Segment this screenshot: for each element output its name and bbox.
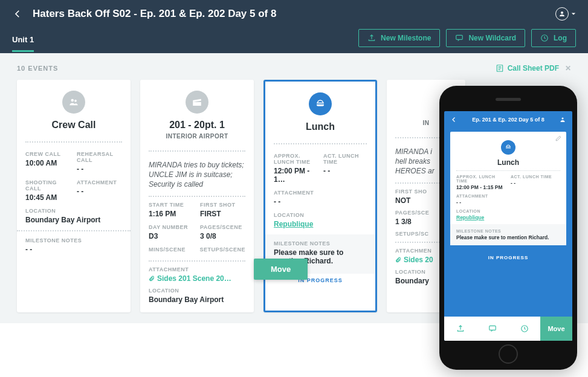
label: ATTACHMENT: [77, 179, 122, 185]
svg-rect-1: [456, 35, 463, 39]
location-link[interactable]: Republique: [274, 220, 367, 228]
avatar-icon: [555, 7, 569, 21]
label: FIRST SHOT: [200, 202, 245, 208]
chat-icon: [455, 34, 464, 42]
card-title: Lunch: [273, 121, 368, 132]
new-wildcard-label: New Wildcard: [468, 34, 516, 42]
label: SETUPS/SCENE: [199, 246, 245, 253]
card-subtitle: INTERIOR AIRPORT: [147, 133, 247, 140]
card-scene-201[interactable]: 201 - 20pt. 1 INTERIOR AIRPORT MIRANDA t…: [140, 80, 254, 312]
value: 1:16 PM: [149, 210, 194, 218]
value: 12:00 PM - 1:15 PM: [456, 184, 506, 190]
card-title: Crew Call: [24, 120, 123, 130]
crew-icon: [62, 91, 85, 114]
close-icon[interactable]: ✕: [565, 64, 571, 72]
phone-screen: Ep. 201 & Ep. 202 Day 5 of 8 Lunch APPRO…: [444, 111, 572, 341]
log-label: Log: [554, 34, 567, 42]
value: - -: [456, 199, 560, 205]
call-sheet-pdf-button[interactable]: Call Sheet PDF ✕: [496, 64, 571, 72]
upload-icon: [367, 34, 376, 42]
phone-move-button[interactable]: Move: [540, 317, 572, 341]
attachment-name: Sides 201 Scene 20…: [157, 274, 231, 283]
phone-user-menu[interactable]: [559, 116, 566, 123]
clock-icon: [540, 34, 549, 42]
attachment-link[interactable]: Sides 201 Scene 20…: [149, 274, 245, 283]
label: ACT. LUNCH TIME: [323, 153, 367, 165]
phone-mockup: Ep. 201 & Ep. 202 Day 5 of 8 Lunch APPRO…: [439, 86, 577, 370]
phone-header: Ep. 201 & Ep. 202 Day 5 of 8: [444, 111, 572, 128]
label: MILESTONE NOTES: [274, 240, 367, 246]
paperclip-icon: [149, 276, 155, 282]
phone-title: Ep. 201 & Ep. 202 Day 5 of 8: [457, 117, 559, 123]
card-title: 201 - 20pt. 1: [147, 120, 247, 130]
phone-wildcard-button[interactable]: [476, 317, 508, 341]
app-header: Haters Back Off S02 - Ep. 201 & Ep. 202 …: [0, 0, 588, 53]
label: START TIME: [149, 202, 194, 208]
value: FIRST: [200, 210, 245, 218]
label: MILESTONE NOTES: [456, 229, 560, 233]
new-wildcard-button[interactable]: New Wildcard: [446, 29, 525, 47]
phone-location-link[interactable]: Republique: [456, 214, 560, 221]
label: LOCATION: [456, 209, 560, 213]
value: - -: [77, 187, 122, 196]
label: PAGES/SCENE: [200, 224, 245, 230]
label: APPROX. LUNCH TIME: [456, 175, 506, 183]
tab-unit-1[interactable]: Unit 1: [12, 30, 34, 52]
value: 10:00 AM: [25, 159, 71, 167]
label: LOCATION: [149, 288, 245, 294]
label: ATTACHMENT: [456, 194, 560, 198]
phone-card[interactable]: Lunch APPROX. LUNCH TIME12:00 PM - 1:15 …: [450, 132, 566, 245]
events-count: 10 EVENTS: [17, 65, 58, 72]
value: - -: [25, 245, 122, 254]
phone-lunch-icon: [501, 140, 515, 155]
value: 3 0/8: [200, 232, 245, 240]
call-sheet-label: Call Sheet PDF: [508, 64, 559, 72]
value: - -: [77, 165, 122, 173]
label: LOCATION: [25, 208, 122, 214]
label: ATTACHMENT: [149, 266, 245, 272]
edit-icon[interactable]: [555, 135, 561, 141]
chevron-down-icon: [571, 11, 576, 16]
label: MINS/SCENE: [149, 246, 193, 253]
svg-point-4: [71, 99, 74, 102]
phone-log-button[interactable]: [508, 317, 540, 341]
move-button[interactable]: Move: [254, 259, 308, 280]
value: - -: [323, 167, 367, 175]
card-crew-call[interactable]: Crew Call CREW CALL10:00 AM REHEARSAL CA…: [17, 80, 131, 312]
notes-text: Please make sure to mention Richard.: [456, 234, 560, 240]
phone-milestone-button[interactable]: [444, 317, 476, 341]
new-milestone-button[interactable]: New Milestone: [358, 29, 440, 47]
label: ATTACHMENT: [274, 190, 367, 196]
value: - -: [511, 180, 560, 186]
page-title: Haters Back Off S02 - Ep. 201 & Ep. 202 …: [33, 8, 276, 20]
log-button[interactable]: Log: [531, 29, 576, 47]
value: Boundary Bay Airport: [25, 216, 122, 224]
label: LOCATION: [274, 212, 367, 218]
phone-home-button[interactable]: [499, 344, 518, 364]
svg-point-5: [74, 100, 77, 102]
label: REHEARSAL CALL: [77, 151, 122, 163]
svg-rect-7: [489, 326, 496, 330]
phone-back-icon[interactable]: [450, 116, 457, 123]
pdf-icon: [496, 64, 504, 72]
value: 12:00 PM - 1…: [274, 167, 317, 184]
svg-point-0: [561, 11, 563, 14]
user-menu[interactable]: [555, 7, 576, 21]
attachment-name: Sides 20: [404, 256, 433, 264]
label: DAY NUMBER: [149, 224, 194, 230]
lunch-icon: [309, 92, 332, 115]
phone-card-title: Lunch: [456, 158, 560, 167]
label: CREW CALL: [25, 151, 71, 157]
label: APPROX. LUNCH TIME: [274, 153, 317, 165]
label: SHOOTING CALL: [25, 179, 71, 192]
value: 10:45 AM: [25, 193, 71, 202]
new-milestone-label: New Milestone: [381, 34, 431, 42]
scene-description: MIRANDA tries to buy tickets; UNCLE JIM …: [149, 160, 245, 190]
value: - -: [274, 198, 367, 206]
value: D3: [149, 232, 194, 240]
svg-point-6: [562, 118, 564, 120]
phone-speaker: [496, 98, 521, 101]
label: ACT. LUNCH TIME: [511, 175, 560, 179]
phone-status: IN PROGRESS: [444, 249, 572, 266]
back-arrow-icon[interactable]: [12, 8, 23, 19]
